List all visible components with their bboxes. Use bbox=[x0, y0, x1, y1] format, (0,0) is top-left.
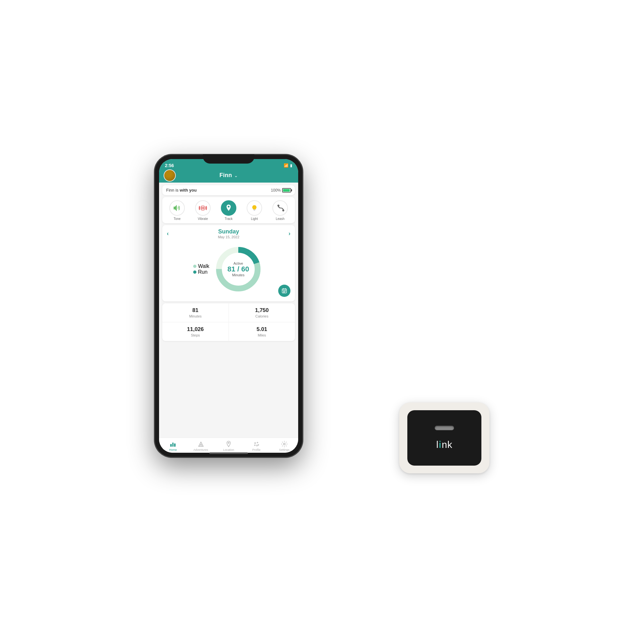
light-icon-circle bbox=[247, 200, 262, 216]
profile-icon bbox=[253, 440, 260, 448]
svg-rect-18 bbox=[284, 292, 285, 292]
donut-row: Walk Run bbox=[167, 241, 290, 297]
nav-adventures-label: Adventures bbox=[194, 448, 208, 451]
avatar bbox=[164, 169, 176, 182]
prev-day-button[interactable]: ‹ bbox=[167, 230, 169, 237]
tone-icon bbox=[173, 204, 181, 212]
nav-adventures[interactable]: Adventures bbox=[193, 440, 209, 451]
track-label: Track bbox=[225, 217, 233, 221]
action-buttons: Tone bbox=[162, 197, 295, 223]
svg-rect-17 bbox=[283, 292, 284, 292]
nav-profile-label: Profile bbox=[252, 448, 261, 451]
stats-row-top: 81 Minutes 1,750 Calories bbox=[162, 303, 295, 322]
donut-center: Active 81 / 60 Minutes bbox=[227, 261, 249, 277]
svg-point-25 bbox=[257, 442, 258, 443]
stat-minutes-label: Minutes bbox=[165, 314, 226, 318]
day-info: Sunday May 15, 2022 bbox=[218, 228, 240, 239]
stat-calories-value: 1,750 bbox=[232, 307, 293, 314]
stat-miles: 5.01 Miles bbox=[229, 322, 295, 341]
pet-name: Finn bbox=[219, 172, 232, 179]
nav-location[interactable]: Location bbox=[221, 440, 237, 451]
status-icons: 📶 ▮ bbox=[284, 163, 292, 168]
nav-location-label: Location bbox=[223, 448, 234, 451]
donut-value: 81 / 60 bbox=[227, 265, 249, 273]
svg-rect-20 bbox=[170, 444, 172, 447]
donut-unit: Minutes bbox=[227, 273, 249, 277]
svg-rect-22 bbox=[174, 443, 176, 447]
next-day-button[interactable]: › bbox=[289, 230, 290, 237]
day-nav: ‹ Sunday May 15, 2022 › bbox=[167, 228, 290, 239]
svg-rect-19 bbox=[285, 291, 286, 291]
light-button[interactable]: Light bbox=[247, 200, 262, 221]
battery-icon bbox=[282, 188, 291, 193]
link-slot bbox=[435, 426, 454, 430]
walk-label: Walk bbox=[198, 263, 209, 269]
light-label: Light bbox=[251, 217, 258, 221]
track-icon-circle bbox=[221, 200, 236, 216]
link-device: link bbox=[399, 403, 489, 473]
tone-button[interactable]: Tone bbox=[169, 200, 185, 221]
svg-point-29 bbox=[283, 443, 285, 445]
battery-fill bbox=[283, 189, 290, 192]
phone-notch bbox=[203, 155, 254, 164]
link-inner: link bbox=[407, 410, 481, 466]
stat-steps: 11,026 Steps bbox=[162, 322, 229, 341]
vibrate-label: Vibrate bbox=[198, 217, 208, 221]
light-icon bbox=[250, 204, 259, 212]
wifi-icon: 📶 bbox=[284, 163, 289, 168]
nav-home-label: Home bbox=[169, 448, 177, 451]
day-date: May 15, 2022 bbox=[218, 235, 240, 239]
settings-icon bbox=[281, 440, 288, 448]
battery-percent: 100% bbox=[271, 188, 281, 193]
donut-legend: Walk Run bbox=[193, 263, 209, 275]
svg-point-24 bbox=[255, 442, 256, 444]
vibrate-button[interactable]: Vibrate bbox=[195, 200, 211, 221]
leash-button[interactable]: Leash bbox=[272, 200, 288, 221]
track-button[interactable]: Track bbox=[221, 200, 236, 221]
home-icon bbox=[169, 440, 176, 448]
track-icon bbox=[224, 204, 233, 212]
calendar-icon bbox=[281, 288, 287, 294]
nav-home[interactable]: Home bbox=[165, 440, 181, 451]
run-label: Run bbox=[198, 269, 207, 275]
home-bar bbox=[209, 452, 248, 454]
battery-status-icon: ▮ bbox=[290, 163, 292, 168]
vibrate-icon bbox=[199, 204, 207, 212]
link-brand-post: nk bbox=[442, 439, 453, 450]
svg-point-23 bbox=[228, 442, 229, 444]
svg-point-5 bbox=[228, 206, 229, 207]
link-brand-i: i bbox=[439, 439, 441, 450]
vibrate-icon-circle bbox=[195, 200, 211, 216]
activity-section: ‹ Sunday May 15, 2022 › Walk bbox=[162, 225, 295, 301]
svg-rect-6 bbox=[253, 209, 256, 210]
tone-icon-circle bbox=[169, 200, 185, 216]
stats-row-bottom: 11,026 Steps 5.01 Miles bbox=[162, 322, 295, 341]
stat-steps-label: Steps bbox=[165, 333, 226, 337]
avatar-image bbox=[164, 170, 175, 181]
location-icon bbox=[225, 440, 232, 448]
chevron-down-icon[interactable]: ⌄ bbox=[234, 173, 238, 178]
bottom-nav: Home Adventures Location bbox=[159, 438, 298, 453]
stat-calories: 1,750 Calories bbox=[229, 303, 295, 322]
legend-run: Run bbox=[193, 269, 207, 275]
stat-miles-label: Miles bbox=[232, 333, 293, 337]
stat-calories-label: Calories bbox=[232, 314, 293, 318]
stat-minutes: 81 Minutes bbox=[162, 303, 229, 322]
svg-rect-21 bbox=[172, 442, 174, 447]
scene: 2:56 📶 ▮ Finn ⌄ Finn is with you bbox=[145, 145, 499, 499]
tone-label: Tone bbox=[174, 217, 181, 221]
donut-chart: Active 81 / 60 Minutes bbox=[213, 243, 264, 295]
phone-screen: 2:56 📶 ▮ Finn ⌄ Finn is with you bbox=[159, 159, 298, 453]
svg-rect-15 bbox=[283, 291, 284, 291]
calendar-button[interactable] bbox=[278, 285, 290, 297]
phone: 2:56 📶 ▮ Finn ⌄ Finn is with you bbox=[155, 155, 303, 457]
svg-rect-7 bbox=[254, 210, 255, 211]
run-dot bbox=[193, 270, 196, 274]
nav-settings[interactable]: Settings bbox=[276, 440, 292, 451]
link-outer: link bbox=[399, 403, 489, 473]
leash-icon bbox=[276, 204, 284, 212]
nav-profile[interactable]: Profile bbox=[248, 440, 264, 451]
leash-icon-circle bbox=[272, 200, 288, 216]
stat-minutes-value: 81 bbox=[165, 307, 226, 314]
status-card: Finn is with you 100% bbox=[162, 185, 295, 195]
